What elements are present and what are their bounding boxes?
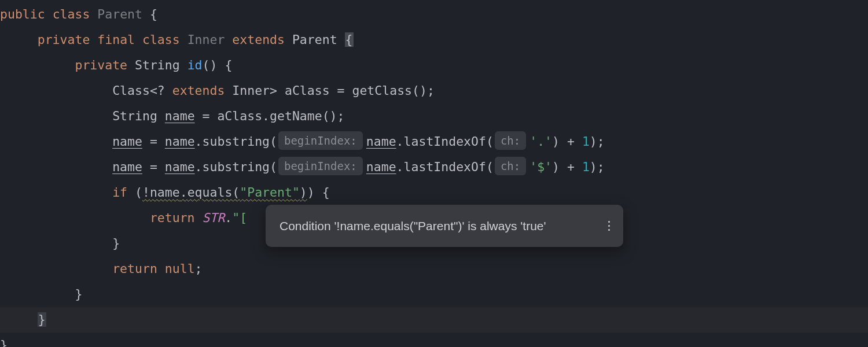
code-line[interactable]: name = name.substring(beginIndex:name.la…: [0, 154, 868, 180]
code-line[interactable]: Class<? extends Inner> aClass = getClass…: [0, 78, 868, 104]
kw-private: private: [75, 58, 127, 72]
parens: (): [322, 109, 337, 123]
param-hint-beginindex: beginIndex:: [278, 131, 363, 150]
eq: =: [195, 109, 218, 123]
code-line[interactable]: private final class Inner extends Parent…: [0, 27, 868, 53]
semicolon: ;: [597, 160, 605, 174]
kw-extends: extends: [232, 32, 285, 47]
wildcard: <?: [150, 83, 172, 98]
var-name: name: [150, 185, 180, 200]
call-lastindexof: lastIndexOf: [404, 160, 486, 174]
kw-return: return: [150, 211, 195, 225]
class-name-parent: Parent: [97, 7, 142, 21]
inspection-message: Condition '!name.equals("Parent")' is al…: [266, 219, 594, 233]
code-line[interactable]: String name = aClass.getName();: [0, 104, 868, 129]
plus: +: [560, 134, 582, 149]
eq: =: [142, 134, 165, 149]
kw-public: public: [0, 7, 45, 21]
var-name: name: [165, 109, 195, 123]
paren-open: (: [486, 160, 494, 174]
call-getname: getName: [270, 109, 322, 123]
dot: .: [262, 109, 270, 123]
type-inner: Inner: [232, 83, 270, 98]
dot: .: [396, 134, 404, 149]
char-literal-dot: '.': [529, 134, 552, 149]
semicolon: ;: [597, 134, 605, 149]
superclass-parent: Parent: [292, 32, 337, 47]
paren-open: (: [232, 185, 240, 200]
more-vert-icon: [608, 221, 610, 231]
param-hint-ch: ch:: [495, 131, 526, 150]
char-literal-dollar: '$': [529, 160, 552, 174]
kw-null: null: [165, 261, 195, 276]
kw-class: class: [142, 32, 180, 47]
eq: =: [330, 83, 352, 98]
brace-close: }: [112, 236, 120, 250]
paren-close: ): [590, 134, 597, 149]
brace-close-matched: }: [38, 312, 46, 327]
more-actions-button[interactable]: [594, 221, 623, 231]
var-name: name: [366, 160, 396, 174]
paren-open: (: [270, 160, 277, 174]
dot: .: [195, 160, 203, 174]
type-class: Class: [112, 83, 150, 98]
call-getclass: getClass: [352, 83, 412, 98]
call-equals: equals: [187, 185, 233, 200]
parens: (): [203, 58, 218, 72]
kw-class: class: [53, 7, 90, 21]
str-template-processor: STR: [203, 211, 225, 225]
brace-close: }: [0, 338, 8, 347]
paren-open: (: [135, 185, 142, 200]
class-name-inner: Inner: [187, 32, 225, 47]
kw-private: private: [38, 32, 90, 47]
int-literal-1: 1: [582, 160, 590, 174]
code-line[interactable]: }: [0, 333, 868, 347]
param-hint-ch: ch:: [495, 157, 526, 175]
paren-close: ): [552, 160, 560, 174]
string-literal-parent: "Parent": [240, 185, 300, 200]
code-editor[interactable]: public class Parent { private final clas…: [0, 0, 868, 347]
var-name: name: [165, 160, 195, 174]
paren-open: (: [486, 134, 494, 149]
type-string: String: [112, 109, 157, 123]
inspection-tooltip[interactable]: Condition '!name.equals("Parent")' is al…: [266, 205, 623, 247]
brace-open: {: [225, 58, 232, 72]
code-line[interactable]: public class Parent {: [0, 2, 868, 27]
kw-if: if: [112, 185, 127, 200]
code-line[interactable]: if (!name.equals("Parent")) {: [0, 180, 868, 205]
paren-close: ): [590, 160, 597, 174]
gt: >: [270, 83, 277, 98]
call-lastindexof: lastIndexOf: [404, 134, 486, 149]
var-name: name: [366, 134, 396, 149]
kw-final: final: [97, 32, 135, 47]
brace-open: {: [150, 7, 157, 21]
var-name: name: [112, 160, 142, 174]
bang: !: [142, 185, 150, 200]
plus: +: [560, 160, 582, 174]
semicolon: ;: [337, 109, 345, 123]
dot: .: [195, 134, 203, 149]
kw-return: return: [112, 261, 157, 276]
paren-close: ): [307, 185, 315, 200]
dot: .: [180, 185, 187, 200]
kw-extends: extends: [172, 83, 225, 98]
brace-open-matched: {: [345, 32, 354, 47]
brace-open: {: [322, 185, 330, 200]
eq: =: [142, 160, 165, 174]
brace-close: }: [75, 287, 82, 301]
var-name: name: [112, 134, 142, 149]
var-aclass: aClass: [217, 109, 262, 123]
type-string: String: [135, 58, 180, 72]
string-literal-start: "[: [232, 211, 247, 225]
call-substring: substring: [203, 134, 270, 149]
paren-close: ): [300, 185, 307, 200]
code-line[interactable]: }: [0, 307, 868, 333]
code-line[interactable]: return null;: [0, 256, 868, 282]
code-line[interactable]: name = name.substring(beginIndex:name.la…: [0, 129, 868, 154]
method-id: id: [187, 58, 203, 72]
code-line[interactable]: }: [0, 282, 868, 307]
code-line[interactable]: private String id() {: [0, 53, 868, 78]
dot: .: [396, 160, 404, 174]
dot: .: [225, 211, 232, 225]
paren-close: ): [552, 134, 560, 149]
